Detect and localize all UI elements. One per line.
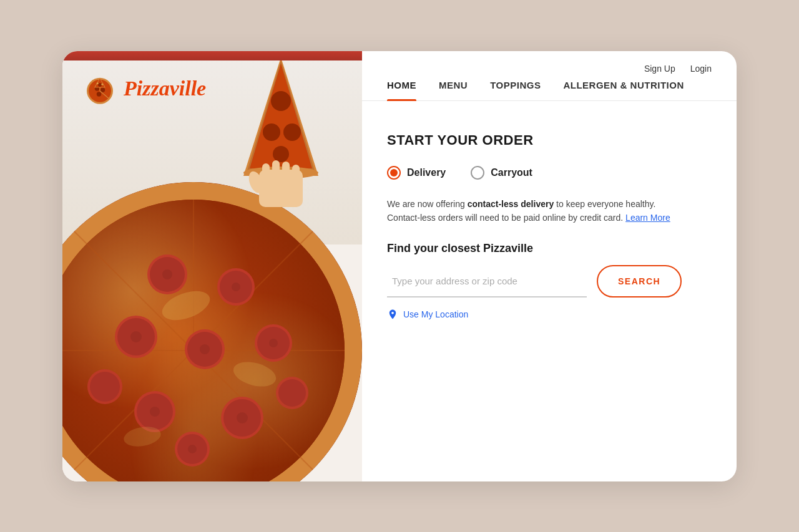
learn-more-link[interactable]: Learn More: [625, 213, 670, 223]
svg-point-17: [283, 123, 301, 141]
search-row: SEARCH: [387, 265, 712, 297]
nav: HOME MENU TOPPINGS ALLERGEN & NUTRITION: [362, 80, 737, 101]
header: Sign Up Login: [362, 51, 737, 80]
pizza-box-edge: [62, 51, 362, 60]
nav-menu[interactable]: MENU: [439, 80, 468, 100]
left-panel: Pizzaville: [62, 51, 362, 481]
info-prefix: We are now offering: [387, 199, 468, 209]
svg-point-18: [273, 146, 289, 162]
svg-point-47: [269, 339, 278, 347]
delivery-label: Delivery: [407, 167, 446, 178]
svg-point-62: [231, 357, 279, 390]
info-bold: contact-less delivery: [468, 199, 554, 209]
logo-text: Pizzaville: [124, 77, 206, 100]
svg-point-9: [98, 83, 102, 87]
svg-point-60: [278, 379, 306, 407]
find-title: Find your closest Pizzaville: [387, 242, 712, 255]
order-title: START YOUR ORDER: [387, 132, 712, 148]
nav-home[interactable]: HOME: [387, 80, 416, 100]
svg-point-4: [97, 92, 102, 97]
signup-link[interactable]: Sign Up: [644, 64, 675, 74]
svg-point-15: [271, 91, 291, 111]
location-icon: [387, 309, 398, 320]
pizza-image: [62, 51, 362, 481]
delivery-option[interactable]: Delivery: [387, 166, 446, 180]
svg-point-10: [97, 82, 99, 84]
address-search-input[interactable]: [387, 265, 587, 297]
carryout-radio[interactable]: [471, 166, 484, 180]
search-button[interactable]: SEARCH: [597, 265, 682, 297]
right-panel: Sign Up Login HOME MENU TOPPINGS ALLERGE…: [362, 51, 737, 481]
svg-point-16: [263, 123, 280, 141]
login-link[interactable]: Login: [690, 64, 712, 74]
main-content: START YOUR ORDER Delivery Carryout We ar…: [362, 101, 737, 481]
svg-point-11: [101, 83, 103, 85]
main-card: Pizzaville: [62, 51, 737, 481]
svg-rect-23: [282, 162, 290, 188]
svg-point-38: [232, 283, 240, 291]
nav-toppings[interactable]: TOPPINGS: [490, 80, 541, 100]
carryout-option[interactable]: Carryout: [471, 166, 532, 180]
svg-rect-21: [262, 163, 270, 188]
use-location-label: Use My Location: [403, 309, 468, 319]
logo-area: Pizzaville: [81, 70, 206, 107]
svg-rect-24: [292, 165, 300, 188]
pizza-circle: [62, 182, 362, 481]
svg-point-41: [130, 331, 142, 342]
delivery-radio[interactable]: [387, 166, 401, 180]
svg-point-56: [188, 445, 197, 453]
info-text: We are now offering contact-less deliver…: [387, 197, 687, 225]
svg-point-50: [150, 407, 160, 417]
svg-point-53: [237, 412, 248, 423]
svg-point-58: [90, 372, 120, 402]
hand-area: [225, 51, 337, 213]
svg-rect-22: [272, 160, 280, 188]
nav-allergen[interactable]: ALLERGEN & NUTRITION: [563, 80, 684, 100]
order-options: Delivery Carryout: [387, 166, 712, 180]
svg-point-35: [162, 269, 172, 279]
carryout-label: Carryout: [491, 167, 532, 178]
svg-point-44: [200, 344, 210, 354]
use-location-link[interactable]: Use My Location: [387, 309, 712, 320]
pizza-logo-icon: [81, 70, 119, 107]
